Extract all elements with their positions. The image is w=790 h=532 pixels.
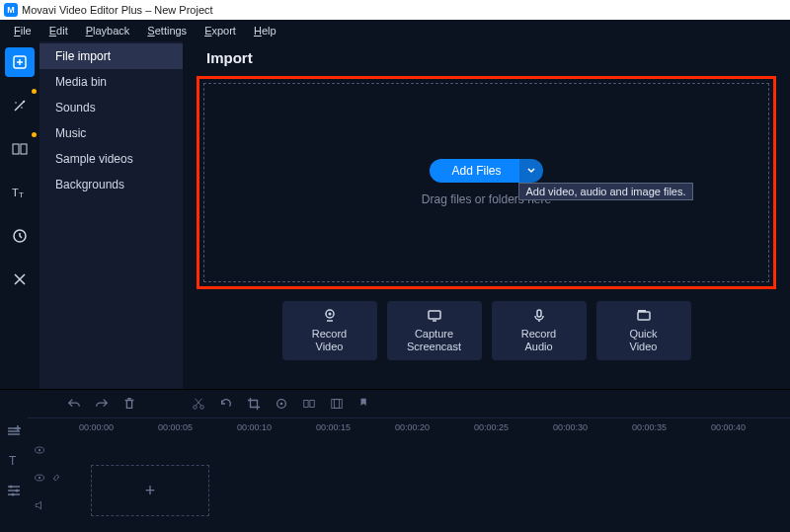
menu-help[interactable]: Help bbox=[246, 23, 284, 38]
transitions-icon bbox=[12, 141, 28, 157]
eye-icon[interactable] bbox=[34, 472, 45, 484]
speaker-icon[interactable] bbox=[34, 499, 45, 511]
timeline-body[interactable]: + bbox=[75, 435, 790, 532]
titles-tab-button[interactable]: TT bbox=[5, 178, 35, 207]
quick-video-tile[interactable]: Quick Video bbox=[596, 301, 691, 360]
track-heads bbox=[28, 435, 75, 532]
app-logo: M bbox=[4, 3, 18, 17]
svg-rect-4 bbox=[13, 144, 19, 154]
track-head-audio[interactable] bbox=[34, 494, 69, 516]
transition-wizard-icon[interactable] bbox=[302, 397, 316, 411]
timecode: 00:00:35 bbox=[632, 422, 711, 432]
mic-icon bbox=[531, 308, 547, 324]
sidebar-item-sample-videos[interactable]: Sample videos bbox=[40, 146, 183, 172]
svg-text:T: T bbox=[12, 187, 19, 198]
chevron-down-icon bbox=[527, 167, 535, 175]
tile-label: Quick bbox=[629, 328, 657, 341]
menu-file[interactable]: File bbox=[6, 23, 40, 38]
more-tools-tab-button[interactable] bbox=[5, 265, 35, 294]
add-files-button[interactable]: Add Files bbox=[430, 159, 518, 183]
sidebar-item-music[interactable]: Music bbox=[40, 120, 183, 146]
svg-point-24 bbox=[10, 486, 13, 489]
page-title: Import bbox=[197, 49, 776, 66]
titles-icon: TT bbox=[12, 185, 28, 200]
tile-label: Screencast bbox=[407, 341, 461, 353]
tile-label: Record bbox=[521, 328, 556, 341]
timecode: 00:00:30 bbox=[553, 422, 632, 432]
sidebar-item-media-bin[interactable]: Media bin bbox=[40, 69, 183, 95]
delete-icon[interactable] bbox=[122, 397, 136, 411]
svg-point-30 bbox=[39, 477, 40, 479]
import-tab-button[interactable] bbox=[5, 47, 35, 77]
side-panel: File import Media bin Sounds Music Sampl… bbox=[40, 41, 183, 389]
text-track-icon[interactable]: T bbox=[6, 453, 22, 469]
record-audio-tile[interactable]: Record Audio bbox=[492, 301, 587, 360]
rotate-icon[interactable] bbox=[219, 397, 233, 411]
tracks-settings-icon[interactable] bbox=[6, 483, 22, 498]
sidebar-item-backgrounds[interactable]: Backgrounds bbox=[40, 172, 183, 197]
svg-point-16 bbox=[200, 406, 204, 410]
marker-icon[interactable] bbox=[357, 397, 371, 411]
svg-rect-14 bbox=[638, 310, 646, 312]
main-area: Import Add Files Add video, audio and im… bbox=[183, 41, 790, 389]
svg-rect-22 bbox=[334, 400, 339, 409]
link-icon[interactable] bbox=[51, 473, 61, 483]
transitions-tab-button[interactable] bbox=[5, 134, 35, 164]
svg-point-2 bbox=[15, 102, 17, 104]
quickvideo-icon bbox=[636, 308, 652, 324]
color-icon[interactable] bbox=[275, 397, 288, 411]
screencast-icon bbox=[427, 308, 442, 324]
svg-rect-19 bbox=[304, 401, 308, 408]
svg-rect-20 bbox=[310, 401, 314, 408]
menu-settings[interactable]: Settings bbox=[139, 23, 195, 38]
tile-label: Audio bbox=[524, 341, 552, 353]
svg-rect-21 bbox=[332, 400, 343, 409]
svg-rect-5 bbox=[21, 144, 27, 154]
window-title: Movavi Video Editor Plus – New Project bbox=[22, 4, 213, 16]
menu-export[interactable]: Export bbox=[197, 23, 244, 38]
sidebar-item-label: Backgrounds bbox=[55, 178, 124, 191]
svg-point-26 bbox=[12, 494, 15, 496]
record-video-tile[interactable]: Record Video bbox=[282, 301, 377, 360]
sidebar-item-label: File import bbox=[55, 49, 111, 63]
clip-properties-icon[interactable] bbox=[330, 397, 344, 411]
crop-icon[interactable] bbox=[247, 397, 261, 411]
timeline-toolbar bbox=[0, 390, 790, 418]
track-head-video[interactable] bbox=[34, 439, 69, 461]
cut-icon[interactable] bbox=[192, 397, 205, 411]
tool-strip: TT bbox=[0, 41, 40, 389]
capture-screencast-tile[interactable]: Capture Screencast bbox=[387, 301, 482, 360]
filters-tab-button[interactable] bbox=[5, 91, 35, 120]
redo-icon[interactable] bbox=[95, 397, 109, 411]
svg-text:T: T bbox=[19, 190, 24, 199]
svg-rect-11 bbox=[429, 311, 440, 319]
stickers-tab-button[interactable] bbox=[5, 221, 35, 251]
svg-rect-12 bbox=[537, 310, 541, 317]
action-tiles: Record Video Capture Screencast Record A… bbox=[197, 301, 776, 360]
track-head-linked[interactable] bbox=[34, 467, 69, 489]
webcam-icon bbox=[322, 308, 338, 324]
undo-icon[interactable] bbox=[67, 397, 81, 411]
svg-point-25 bbox=[16, 490, 19, 493]
sidebar-item-label: Sample videos bbox=[55, 152, 133, 166]
menu-playback[interactable]: Playback bbox=[78, 23, 138, 38]
add-files-dropdown[interactable] bbox=[519, 159, 543, 183]
tile-label: Record bbox=[312, 328, 347, 341]
timeline: T 00:00:00 00:00:05 00:00:10 00:00:15 00… bbox=[0, 389, 790, 532]
add-clip-label: + bbox=[145, 481, 156, 501]
svg-text:T: T bbox=[9, 454, 17, 468]
menu-edit[interactable]: Edit bbox=[41, 23, 76, 38]
menubar: File Edit Playback Settings Export Help bbox=[0, 20, 790, 41]
sidebar-item-label: Sounds bbox=[55, 101, 96, 114]
sidebar-item-file-import[interactable]: File import bbox=[40, 43, 183, 69]
eye-icon[interactable] bbox=[34, 444, 45, 456]
plus-icon bbox=[12, 54, 28, 70]
empty-clip-slot[interactable]: + bbox=[91, 465, 209, 516]
dropzone-highlight: Add Files Add video, audio and image fil… bbox=[197, 76, 776, 289]
add-track-icon[interactable] bbox=[6, 423, 22, 439]
tile-label: Capture bbox=[415, 328, 453, 341]
clock-icon bbox=[12, 228, 28, 244]
sidebar-item-sounds[interactable]: Sounds bbox=[40, 95, 183, 120]
dropzone[interactable]: Add Files Add video, audio and image fil… bbox=[203, 83, 769, 282]
timeline-ruler[interactable]: 00:00:00 00:00:05 00:00:10 00:00:15 00:0… bbox=[28, 418, 790, 435]
